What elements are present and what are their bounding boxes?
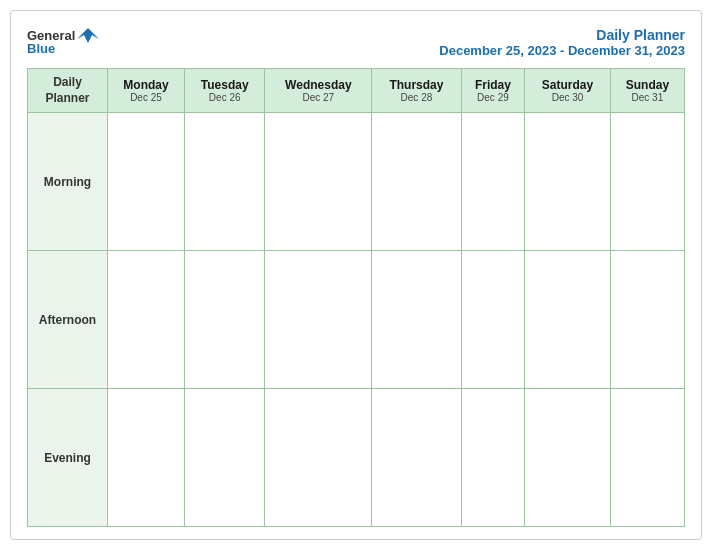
col-header-monday: Monday Dec 25 [108, 69, 185, 113]
morning-saturday[interactable] [525, 113, 610, 251]
table-header-row: Daily Planner Monday Dec 25 Tuesday Dec … [28, 69, 685, 113]
afternoon-wednesday[interactable] [265, 251, 372, 389]
afternoon-monday[interactable] [108, 251, 185, 389]
col-header-tuesday: Tuesday Dec 26 [184, 69, 264, 113]
afternoon-tuesday[interactable] [184, 251, 264, 389]
evening-friday[interactable] [461, 389, 525, 527]
col-header-sunday: Sunday Dec 31 [610, 69, 684, 113]
afternoon-thursday[interactable] [372, 251, 461, 389]
evening-label: Evening [28, 389, 108, 527]
logo-bird-icon [77, 27, 99, 43]
planner-page: General Blue Daily Planner December 25, … [10, 10, 702, 540]
evening-tuesday[interactable] [184, 389, 264, 527]
col-header-wednesday: Wednesday Dec 27 [265, 69, 372, 113]
morning-thursday[interactable] [372, 113, 461, 251]
afternoon-saturday[interactable] [525, 251, 610, 389]
morning-wednesday[interactable] [265, 113, 372, 251]
logo: General Blue [27, 27, 99, 56]
morning-sunday[interactable] [610, 113, 684, 251]
table-row-evening: Evening [28, 389, 685, 527]
evening-saturday[interactable] [525, 389, 610, 527]
header-title: Daily Planner [439, 27, 685, 43]
table-row-afternoon: Afternoon [28, 251, 685, 389]
evening-wednesday[interactable] [265, 389, 372, 527]
morning-monday[interactable] [108, 113, 185, 251]
afternoon-sunday[interactable] [610, 251, 684, 389]
morning-tuesday[interactable] [184, 113, 264, 251]
evening-monday[interactable] [108, 389, 185, 527]
daily-planner-header: Daily Planner [28, 69, 108, 113]
col-header-thursday: Thursday Dec 28 [372, 69, 461, 113]
header-subtitle: December 25, 2023 - December 31, 2023 [439, 43, 685, 58]
col-header-saturday: Saturday Dec 30 [525, 69, 610, 113]
header-right: Daily Planner December 25, 2023 - Decemb… [439, 27, 685, 58]
header: General Blue Daily Planner December 25, … [27, 27, 685, 58]
col-header-friday: Friday Dec 29 [461, 69, 525, 113]
morning-friday[interactable] [461, 113, 525, 251]
evening-thursday[interactable] [372, 389, 461, 527]
evening-sunday[interactable] [610, 389, 684, 527]
planner-table: Daily Planner Monday Dec 25 Tuesday Dec … [27, 68, 685, 527]
morning-label: Morning [28, 113, 108, 251]
logo-blue-text: Blue [27, 41, 55, 56]
afternoon-friday[interactable] [461, 251, 525, 389]
table-row-morning: Morning [28, 113, 685, 251]
afternoon-label: Afternoon [28, 251, 108, 389]
svg-marker-0 [77, 28, 99, 43]
